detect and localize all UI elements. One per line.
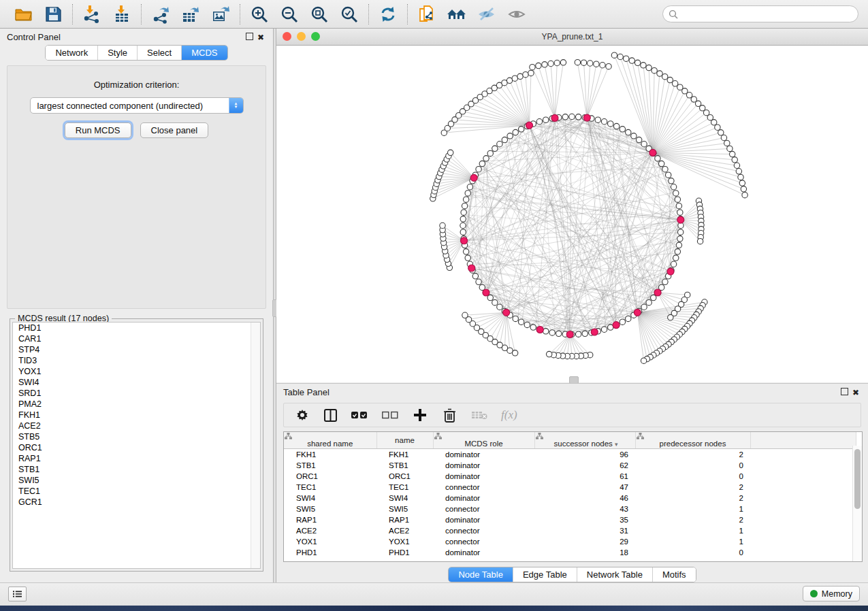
table-cell: 0 xyxy=(635,460,750,471)
mcds-result-item[interactable]: GCR1 xyxy=(13,497,260,508)
table-cell: SWI4 xyxy=(284,493,376,503)
control-panel: Control Panel ✖ Network Style Select MCD… xyxy=(0,29,273,583)
table-row[interactable]: YOX1YOX1connector291 xyxy=(284,536,856,547)
mcds-result-item[interactable]: ACE2 xyxy=(13,420,260,431)
create-column-button[interactable] xyxy=(412,407,428,423)
refresh-layout-button[interactable] xyxy=(378,4,398,24)
mcds-result-item[interactable]: ORC1 xyxy=(13,442,260,453)
mcds-list-scrollbar[interactable] xyxy=(251,323,260,568)
table-row[interactable]: RAP1RAP1dominator352 xyxy=(284,514,856,525)
mcds-result-item[interactable]: SWI5 xyxy=(13,475,260,486)
close-table-panel-button[interactable]: ✖ xyxy=(850,388,861,397)
table-row[interactable]: SWI5SWI5connector431 xyxy=(284,503,856,514)
function-builder-button[interactable]: f(x) xyxy=(501,408,517,422)
tab-mcds[interactable]: MCDS xyxy=(181,46,227,60)
zoom-selected-button[interactable] xyxy=(339,4,359,24)
column-header-shared-name[interactable]: shared name xyxy=(284,432,376,449)
close-panel-button[interactable]: ✖ xyxy=(255,33,266,42)
hide-graphics-details-button[interactable] xyxy=(477,4,497,24)
show-graphics-details-button[interactable] xyxy=(507,4,527,24)
close-panel-action-button[interactable]: Close panel xyxy=(140,122,209,138)
table-settings-button[interactable] xyxy=(295,408,310,423)
table-cell: SWI4 xyxy=(376,493,433,503)
deselect-all-columns-button[interactable] xyxy=(381,408,399,423)
mcds-result-item[interactable]: YOX1 xyxy=(13,366,260,377)
import-table-button[interactable] xyxy=(112,4,132,24)
tab-edge-table[interactable]: Edge Table xyxy=(513,567,577,582)
column-header-mcds-role[interactable]: MCDS role xyxy=(433,432,534,449)
mcds-result-item[interactable]: STB5 xyxy=(13,431,260,442)
table-row[interactable]: ACE2ACE2connector311 xyxy=(284,525,856,536)
table-row[interactable]: PHD1PHD1dominator180 xyxy=(284,547,856,558)
mcds-result-item[interactable]: TEC1 xyxy=(13,486,260,497)
tab-motifs[interactable]: Motifs xyxy=(652,567,696,582)
zoom-fit-button[interactable] xyxy=(309,4,329,24)
open-session-button[interactable] xyxy=(13,4,33,24)
run-mcds-button[interactable]: Run MCDS xyxy=(65,122,131,138)
table-cell: 61 xyxy=(534,471,635,482)
tab-select[interactable]: Select xyxy=(137,46,181,60)
export-image-button[interactable] xyxy=(210,4,231,24)
table-cell: FKH1 xyxy=(284,449,376,461)
import-network-button[interactable] xyxy=(82,4,102,24)
mcds-result-item[interactable]: PHD1 xyxy=(13,323,260,333)
window-maximize-button[interactable] xyxy=(311,32,320,41)
clone-network-button[interactable] xyxy=(417,4,437,24)
column-header-name[interactable]: name xyxy=(376,432,433,449)
table-cell: ACE2 xyxy=(284,525,376,536)
mcds-result-item[interactable]: STB1 xyxy=(13,464,260,475)
export-table-button[interactable] xyxy=(180,4,201,24)
window-minimize-button[interactable] xyxy=(297,32,306,41)
table-cell: 0 xyxy=(635,547,750,558)
table-cell: ORC1 xyxy=(284,471,376,482)
table-row[interactable]: ORC1ORC1dominator610 xyxy=(284,471,856,482)
save-session-button[interactable] xyxy=(43,4,63,24)
table-cell: connector xyxy=(433,503,534,514)
select-all-columns-button[interactable] xyxy=(351,408,368,423)
table-row[interactable]: SWI4SWI4dominator462 xyxy=(284,493,856,503)
tab-node-table[interactable]: Node Table xyxy=(449,567,513,582)
split-view-button[interactable] xyxy=(323,408,338,423)
delete-table-button-disabled[interactable] xyxy=(470,408,488,423)
criterion-dropdown[interactable]: largest connected component (undirected)… xyxy=(30,97,244,114)
table-cell xyxy=(750,471,856,482)
mcds-result-item[interactable]: PMA2 xyxy=(13,399,260,410)
table-scrollbar[interactable] xyxy=(852,446,862,561)
float-table-panel-button[interactable] xyxy=(839,388,850,397)
tab-network-table[interactable]: Network Table xyxy=(577,567,652,582)
mcds-result-item[interactable]: TID3 xyxy=(13,355,260,366)
table-cell: dominator xyxy=(433,460,534,471)
task-history-button[interactable] xyxy=(8,587,27,601)
column-header-successor-nodes[interactable]: successor nodes▾ xyxy=(534,432,635,449)
tab-network[interactable]: Network xyxy=(46,46,97,60)
search-input[interactable] xyxy=(681,8,858,20)
memory-button[interactable]: Memory xyxy=(803,586,860,601)
optimization-criterion-label: Optimization criterion: xyxy=(7,66,266,90)
first-neighbors-button[interactable] xyxy=(447,4,467,24)
mcds-result-item[interactable]: FKH1 xyxy=(13,410,260,420)
table-cell: RAP1 xyxy=(376,514,433,525)
mcds-result-item[interactable]: SRD1 xyxy=(13,388,260,399)
mcds-result-item[interactable]: STP4 xyxy=(13,344,260,355)
zoom-out-button[interactable] xyxy=(279,4,300,24)
table-row[interactable]: FKH1FKH1dominator962 xyxy=(284,449,856,461)
mcds-result-item[interactable]: SWI4 xyxy=(13,377,260,388)
zoom-in-button[interactable] xyxy=(249,4,270,24)
float-panel-button[interactable] xyxy=(244,33,255,42)
table-cell xyxy=(750,503,856,514)
export-network-button[interactable] xyxy=(150,4,171,24)
table-row[interactable]: TEC1TEC1connector472 xyxy=(284,482,856,493)
window-close-button[interactable] xyxy=(283,32,291,41)
mcds-result-item[interactable]: CAR1 xyxy=(13,333,260,344)
delete-column-button[interactable] xyxy=(441,407,457,423)
column-header-predecessor-nodes[interactable]: predecessor nodes xyxy=(635,432,750,449)
table-cell: TEC1 xyxy=(284,482,376,493)
table-scrollbar-thumb[interactable] xyxy=(854,449,861,509)
table-cell: 18 xyxy=(534,547,635,558)
network-canvas[interactable] xyxy=(276,46,868,382)
mcds-result-item[interactable]: RAP1 xyxy=(13,453,260,464)
table-cell: 47 xyxy=(534,482,635,493)
table-row[interactable]: STB1STB1dominator620 xyxy=(284,460,856,471)
tab-style[interactable]: Style xyxy=(97,46,137,60)
save-floppy-icon xyxy=(44,5,62,23)
